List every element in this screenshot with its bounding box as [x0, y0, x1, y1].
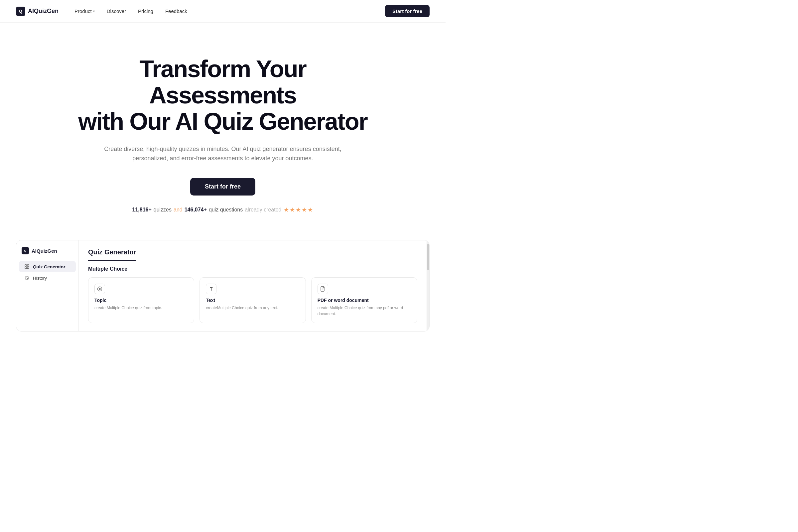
hero-title: Transform Your Assessments with Our AI Q…	[73, 56, 373, 135]
card-text-desc: createMultiple Choice quiz from any text…	[206, 305, 299, 311]
subsection-title: Multiple Choice	[88, 266, 417, 272]
stats-questions-label: quiz questions	[209, 207, 243, 213]
scrollbar-thumb	[427, 244, 429, 270]
logo-icon: Q	[16, 7, 25, 16]
nav-link-discover[interactable]: Discover	[107, 8, 126, 14]
sidebar: Q AIQuizGen Quiz Generator Histo	[16, 241, 79, 331]
svg-rect-2	[25, 267, 26, 269]
nav-link-feedback[interactable]: Feedback	[165, 8, 187, 14]
hero-section: Transform Your Assessments with Our AI Q…	[0, 23, 445, 233]
card-text[interactable]: T Text createMultiple Choice quiz from a…	[200, 277, 306, 323]
hero-cta-button[interactable]: Start for free	[190, 178, 255, 195]
navbar: Q AIQuizGen Product ▾ Discover Pricing F…	[0, 0, 445, 23]
stats-quizzes-label: quizzes	[154, 207, 172, 213]
nav-logo[interactable]: Q AIQuizGen	[16, 7, 58, 16]
card-topic-desc: create Multiple Choice quiz from topic.	[94, 305, 188, 311]
app-preview: Q AIQuizGen Quiz Generator Histo	[16, 240, 430, 331]
sidebar-item-quiz-generator[interactable]: Quiz Generator	[19, 261, 76, 272]
stats-quizzes-count: 11,816+	[132, 207, 151, 213]
pdf-icon	[318, 284, 328, 294]
svg-point-6	[99, 288, 100, 290]
clock-icon	[24, 275, 30, 281]
sidebar-item-history[interactable]: History	[19, 272, 76, 284]
svg-rect-1	[27, 265, 29, 266]
scrollbar[interactable]	[426, 241, 429, 331]
svg-point-5	[98, 287, 102, 291]
sidebar-logo-text: AIQuizGen	[32, 248, 57, 254]
nav-links: Product ▾ Discover Pricing Feedback	[75, 8, 385, 14]
sidebar-item-label: History	[33, 276, 47, 281]
stats-already: already created	[245, 207, 281, 213]
sidebar-logo: Q AIQuizGen	[16, 247, 78, 261]
sidebar-item-label: Quiz Generator	[33, 264, 65, 269]
topic-icon	[94, 284, 105, 294]
nav-link-product[interactable]: Product ▾	[75, 8, 95, 14]
sidebar-logo-icon: Q	[22, 247, 29, 254]
card-text-title: Text	[206, 298, 299, 303]
text-icon: T	[206, 284, 216, 294]
card-pdf-desc: create Multiple Choice quiz from any pdf…	[318, 305, 411, 317]
stats-and: and	[174, 207, 183, 213]
grid-icon	[24, 264, 30, 269]
hero-stats: 11,816+ quizzes and 146,074+ quiz questi…	[16, 206, 430, 213]
nav-link-pricing[interactable]: Pricing	[138, 8, 153, 14]
svg-rect-3	[27, 267, 29, 269]
svg-rect-0	[25, 265, 26, 266]
card-pdf[interactable]: PDF or word document create Multiple Cho…	[311, 277, 417, 323]
logo-text: AIQuizGen	[28, 8, 58, 15]
card-topic-title: Topic	[94, 298, 188, 303]
stats-questions-count: 146,074+	[185, 207, 207, 213]
nav-cta-button[interactable]: Start for free	[385, 5, 430, 17]
main-content: Quiz Generator Multiple Choice Topic cre…	[79, 241, 426, 331]
cards-grid: Topic create Multiple Choice quiz from t…	[88, 277, 417, 323]
card-topic[interactable]: Topic create Multiple Choice quiz from t…	[88, 277, 194, 323]
card-pdf-title: PDF or word document	[318, 298, 411, 303]
chevron-down-icon: ▾	[93, 9, 95, 13]
hero-subtitle: Create diverse, high-quality quizzes in …	[103, 144, 342, 164]
stars-icon: ★★★★★	[284, 206, 314, 213]
section-title: Quiz Generator	[88, 248, 417, 266]
